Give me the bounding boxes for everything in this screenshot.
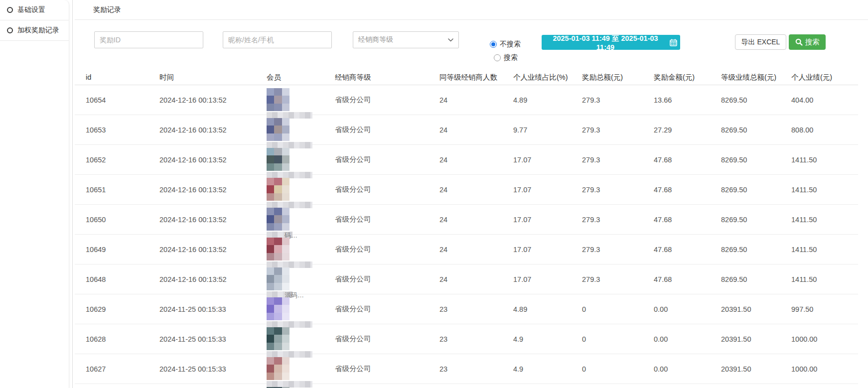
cell-reward-amount: 0.00 <box>643 294 710 324</box>
radio-no-search[interactable]: 不搜索 <box>490 40 521 49</box>
cell-id: 10653 <box>75 115 148 145</box>
table-header-row: id时间会员经销商等级同等级经销商人数个人业绩占比(%)奖励总额(元)奖励金额(… <box>75 70 858 85</box>
cell-personal: 1411.50 <box>780 145 858 175</box>
column-header: 奖励金额(元) <box>643 70 710 85</box>
sidebar: 基础设置 加权奖励记录 <box>0 0 69 388</box>
cell-level-total: 20391.50 <box>710 294 780 324</box>
cell-id: 10648 <box>75 264 148 294</box>
date-range-text: 2025-01-03 11:49 至 2025-01-03 11:49 <box>545 34 666 51</box>
cell-time: 2024-12-16 00:13:52 <box>148 205 256 235</box>
nickname-input[interactable] <box>223 31 332 48</box>
cell-level-total: 8269.50 <box>710 235 780 264</box>
cell-level-total: 8269.50 <box>710 264 780 294</box>
cell-reward-amount: 47.68 <box>643 264 710 294</box>
page-title: 奖励记录 <box>93 0 121 19</box>
table-row: 106292024-11-25 00:15:33省级分公司234.8900.00… <box>75 294 858 324</box>
cell-reward-total: 0 <box>571 354 643 384</box>
sidebar-item-basic-settings[interactable]: 基础设置 <box>0 0 69 20</box>
cell-peer-count: 23 <box>429 324 502 354</box>
date-range-button[interactable]: 2025-01-03 11:49 至 2025-01-03 11:49 <box>542 35 680 50</box>
cell-ratio <box>502 384 571 388</box>
cell-time: 2024-12-16 00:13:52 <box>148 145 256 175</box>
cell-reward-amount: 47.68 <box>643 145 710 175</box>
cell-personal: 1411.50 <box>780 264 858 294</box>
table-row: 106532024-12-16 00:13:52省级分公司249.77279.3… <box>75 115 858 145</box>
cell-member <box>256 145 324 175</box>
cell-level-total <box>710 384 780 388</box>
cell-member: 源码… <box>256 264 324 294</box>
member-avatar <box>267 327 289 350</box>
cell-reward-amount: 13.66 <box>643 85 710 115</box>
member-avatar <box>267 208 289 231</box>
cell-peer-count: 23 <box>429 294 502 324</box>
member-avatar <box>267 88 289 111</box>
cell-peer-count: 24 <box>429 85 502 115</box>
cell-dealer-level: 省级分公司 <box>324 264 429 294</box>
cell-dealer-level: 省级分公司 <box>324 205 429 235</box>
cell-reward-total: 0 <box>571 294 643 324</box>
cell-level-total: 8269.50 <box>710 85 780 115</box>
member-avatar <box>267 267 289 290</box>
cell-reward-amount <box>643 384 710 388</box>
radio-unselected-icon <box>494 54 501 61</box>
member-avatar <box>267 297 289 320</box>
cell-time: 2024-11-25 00:15:33 <box>148 294 256 324</box>
cell-ratio: 4.89 <box>502 85 571 115</box>
column-header: 个人业绩占比(%) <box>502 70 571 85</box>
cell-peer-count: 24 <box>429 145 502 175</box>
member-avatar <box>267 357 289 380</box>
calendar-icon <box>670 39 677 46</box>
cell-level-total: 8269.50 <box>710 145 780 175</box>
cell-level-total: 20391.50 <box>710 354 780 384</box>
dealer-level-select[interactable]: 经销商等级 <box>353 31 459 48</box>
cell-time: 2024-12-16 00:13:52 <box>148 115 256 145</box>
cell-dealer-level <box>324 384 429 388</box>
circle-bullet-icon <box>7 7 13 13</box>
cell-reward-total: 279.3 <box>571 175 643 205</box>
cell-peer-count: 24 <box>429 115 502 145</box>
member-avatar <box>267 178 289 201</box>
title-divider <box>75 19 868 20</box>
cell-member <box>256 235 324 264</box>
cell-personal: 404.00 <box>780 85 858 115</box>
cell-reward-total <box>571 384 643 388</box>
cell-id: 10628 <box>75 324 148 354</box>
column-header: id <box>75 70 148 85</box>
table-row: 106522024-12-16 00:13:52省级分公司2417.07279.… <box>75 145 858 175</box>
cell-member <box>256 294 324 324</box>
cell-peer-count: 24 <box>429 175 502 205</box>
member-avatar <box>267 238 289 260</box>
cell-level-total: 8269.50 <box>710 115 780 145</box>
export-excel-button[interactable]: 导出 EXCEL <box>735 34 786 50</box>
sidebar-item-label: 加权奖励记录 <box>17 26 59 35</box>
search-mode-radio-group: 不搜索 搜索 <box>490 40 521 67</box>
cell-time: 2024-12-16 00:13:52 <box>148 85 256 115</box>
cell-reward-amount: 47.68 <box>643 235 710 264</box>
cell-member <box>256 85 324 115</box>
cell-personal <box>780 384 858 388</box>
cell-id: 10649 <box>75 235 148 264</box>
cell-ratio: 4.9 <box>502 354 571 384</box>
cell-reward-amount: 47.68 <box>643 175 710 205</box>
cell-personal: 1000.00 <box>780 354 858 384</box>
search-button-label: 搜索 <box>805 37 820 47</box>
cell-member <box>256 384 324 388</box>
cell-member <box>256 324 324 354</box>
sidebar-item-label: 基础设置 <box>17 5 45 14</box>
chevron-down-icon <box>448 38 453 42</box>
cell-reward-amount: 0.00 <box>643 354 710 384</box>
reward-records-table: id时间会员经销商等级同等级经销商人数个人业绩占比(%)奖励总额(元)奖励金额(… <box>75 70 858 388</box>
sidebar-item-weighted-reward-records[interactable]: 加权奖励记录 <box>0 20 69 41</box>
table-row: 106282024-11-25 00:15:33省级分公司234.900.002… <box>75 324 858 354</box>
radio-search[interactable]: 搜索 <box>494 53 521 62</box>
cell-ratio: 17.07 <box>502 235 571 264</box>
cell-time: 2024-12-16 00:13:52 <box>148 264 256 294</box>
cell-id: 10651 <box>75 175 148 205</box>
cell-personal: 1411.50 <box>780 235 858 264</box>
cell-ratio: 9.77 <box>502 115 571 145</box>
search-button[interactable]: 搜索 <box>789 34 826 50</box>
reward-id-input[interactable] <box>94 31 203 48</box>
cell-reward-amount: 27.29 <box>643 115 710 145</box>
radio-selected-icon <box>490 41 497 48</box>
member-avatar <box>267 148 289 171</box>
